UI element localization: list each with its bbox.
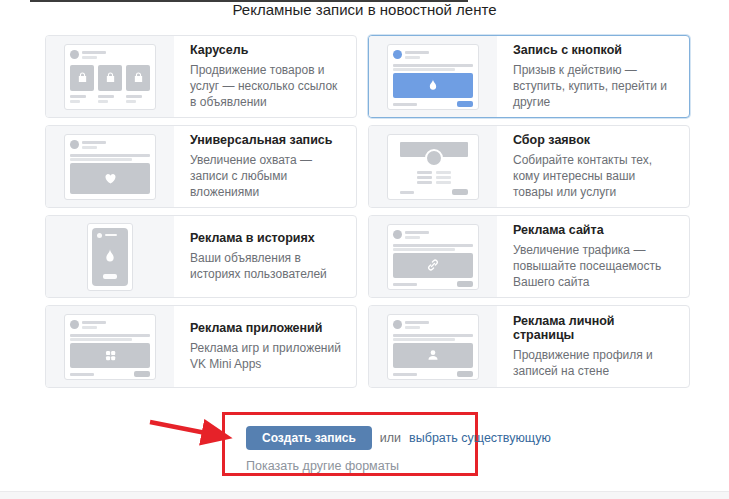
card-title: Универсальная запись [190, 133, 342, 147]
avatar-placeholder [70, 140, 79, 149]
product-tile [98, 65, 122, 91]
card-description: Продвижение профиля и записей на стене [513, 347, 675, 379]
ad-image-placeholder [393, 343, 473, 368]
product-tile [70, 65, 94, 91]
avatar-placeholder [70, 50, 79, 59]
form-avatar-placeholder [425, 149, 443, 167]
card-title: Сбор заявок [513, 133, 675, 147]
choose-existing-link[interactable]: выбрать существующую [409, 431, 551, 445]
card-description: Собирайте контакты тех, кому интересны в… [513, 152, 675, 200]
flame-icon [103, 248, 117, 264]
person-icon [426, 348, 440, 362]
shopping-bag-icon [104, 71, 117, 84]
thumbnail-mockup [387, 224, 479, 290]
thumbnail-mockup [64, 314, 156, 380]
card-title: Реклама приложений [190, 321, 342, 335]
card-info: Реклама личной страницы Продвижение проф… [497, 306, 689, 387]
form-button-placeholder [452, 189, 468, 195]
card-thumbnail [46, 126, 174, 207]
card-info: Карусель Продвижение товаров и услуг — н… [174, 36, 356, 117]
thumbnail-mockup [387, 44, 479, 110]
cta-button-placeholder [134, 371, 150, 377]
thumbnail-mockup [387, 134, 479, 200]
format-card-carousel[interactable]: Карусель Продвижение товаров и услуг — н… [45, 35, 357, 118]
ad-image-placeholder [70, 343, 150, 368]
card-title: Реклама в историях [190, 231, 342, 245]
create-post-row: Создать запись или выбрать существующую [246, 426, 551, 450]
shopping-bag-icon [132, 71, 145, 84]
show-other-formats-link[interactable]: Показать другие форматы [246, 459, 399, 473]
shopping-bag-icon [76, 71, 89, 84]
format-card-lead-forms[interactable]: Сбор заявок Собирайте контакты тех, кому… [368, 125, 690, 208]
card-title: Запись с кнопкой [513, 43, 675, 57]
format-card-app-ads[interactable]: Реклама приложений Реклама игр и приложе… [45, 305, 357, 388]
card-thumbnail [369, 36, 497, 117]
card-info: Запись с кнопкой Призыв к действию — вст… [497, 36, 689, 117]
story-placeholder [92, 228, 128, 286]
card-description: Продвижение товаров и услуг — несколько … [190, 62, 342, 110]
thumbnail-mockup [64, 134, 156, 200]
thumbnail-mockup [64, 44, 156, 110]
product-tile [126, 65, 150, 91]
card-description: Увеличение трафика — повышайте посещаемо… [513, 242, 675, 290]
create-post-button[interactable]: Создать запись [246, 426, 372, 450]
format-card-stories-ads[interactable]: Реклама в историях Ваши объявления в ист… [45, 215, 357, 298]
ad-image-placeholder [393, 253, 473, 278]
cta-button-placeholder [457, 371, 473, 377]
ad-image-placeholder [393, 73, 473, 98]
card-info: Сбор заявок Собирайте контакты тех, кому… [497, 126, 689, 207]
apps-grid-icon [104, 349, 117, 362]
heart-icon [103, 171, 118, 185]
thumbnail-mockup [87, 223, 133, 291]
format-card-universal-post[interactable]: Универсальная запись Увеличение охвата —… [45, 125, 357, 208]
ad-image-placeholder [70, 163, 150, 194]
card-title: Реклама сайта [513, 223, 675, 237]
flame-icon [427, 78, 439, 92]
bottom-strip [0, 491, 729, 499]
format-card-personal-page-ads[interactable]: Реклама личной страницы Продвижение проф… [368, 305, 690, 388]
card-info: Реклама в историях Ваши объявления в ист… [174, 216, 356, 297]
card-description: Ваши объявления в историях пользователей [190, 250, 342, 282]
card-thumbnail [46, 36, 174, 117]
card-title: Карусель [190, 43, 342, 57]
avatar-placeholder [393, 230, 402, 239]
card-info: Реклама приложений Реклама игр и приложе… [174, 306, 356, 387]
cta-button-placeholder [457, 281, 473, 287]
format-card-site-ads[interactable]: Реклама сайта Увеличение трафика — повыш… [368, 215, 690, 298]
format-card-post-with-button[interactable]: Запись с кнопкой Призыв к действию — вст… [368, 35, 690, 118]
avatar-placeholder [393, 50, 402, 59]
ad-format-grid: Карусель Продвижение товаров и услуг — н… [45, 35, 690, 388]
link-icon [426, 258, 440, 272]
avatar-placeholder [70, 320, 79, 329]
card-title: Реклама личной страницы [513, 314, 675, 342]
card-thumbnail [369, 216, 497, 297]
card-info: Универсальная запись Увеличение охвата —… [174, 126, 356, 207]
page: Рекламные записи в новостной ленте [0, 0, 729, 499]
card-description: Призыв к действию — вступить, купить, пе… [513, 62, 675, 110]
or-text: или [380, 431, 401, 445]
page-title: Рекламные записи в новостной ленте [0, 1, 729, 18]
card-info: Реклама сайта Увеличение трафика — повыш… [497, 216, 689, 297]
card-description: Увеличение охвата — записи с любыми влож… [190, 152, 342, 200]
avatar-placeholder [393, 320, 402, 329]
card-thumbnail [369, 126, 497, 207]
card-description: Реклама игр и приложений VK Mini Apps [190, 340, 342, 372]
card-thumbnail [46, 306, 174, 387]
thumbnail-mockup [387, 314, 479, 380]
card-thumbnail [369, 306, 497, 387]
cta-button-placeholder [457, 101, 473, 107]
card-thumbnail [46, 216, 174, 297]
annotation-arrow [146, 414, 246, 448]
